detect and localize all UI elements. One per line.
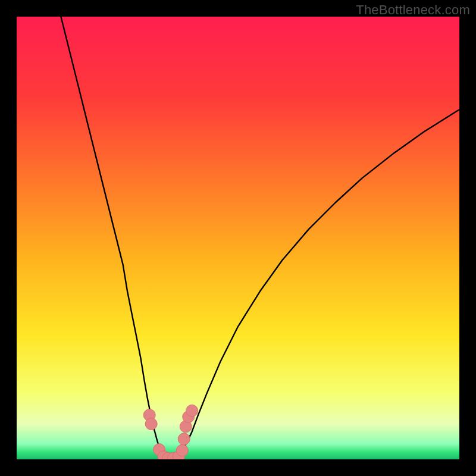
- outer-frame: TheBottleneck.com: [0, 0, 476, 476]
- bottleneck-curve: [61, 17, 459, 459]
- plot-area: [17, 17, 459, 459]
- highlight-marker: [186, 405, 198, 416]
- highlight-marker: [178, 433, 190, 445]
- watermark-label: TheBottleneck.com: [356, 2, 470, 18]
- curve-path: [61, 17, 459, 459]
- highlight-markers: [143, 405, 198, 459]
- chart-overlay: [17, 17, 459, 459]
- highlight-marker: [145, 418, 157, 430]
- highlight-marker: [176, 444, 188, 456]
